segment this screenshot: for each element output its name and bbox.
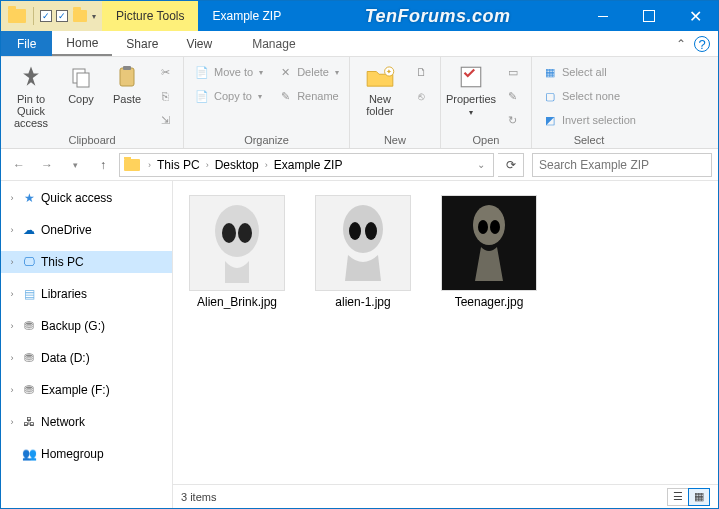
delete-label: Delete bbox=[297, 66, 329, 78]
nav-label: Data (D:) bbox=[41, 351, 90, 365]
nav-label: Quick access bbox=[41, 191, 112, 205]
rename-icon: ✎ bbox=[277, 88, 293, 104]
move-label: Move to bbox=[214, 66, 253, 78]
pc-icon: 🖵 bbox=[21, 254, 37, 270]
svg-rect-2 bbox=[120, 68, 134, 86]
nav-data-drive[interactable]: ›⛃Data (D:) bbox=[1, 347, 172, 369]
svg-rect-1 bbox=[77, 73, 89, 87]
ribbon-group-select: ▦Select all ▢Select none ◩Invert selecti… bbox=[532, 57, 646, 148]
nav-quick-access[interactable]: ›★Quick access bbox=[1, 187, 172, 209]
chevron-right-icon[interactable]: › bbox=[204, 160, 211, 170]
scissors-icon: ✂ bbox=[157, 64, 173, 80]
qat-dropdown-icon[interactable]: ▾ bbox=[92, 12, 96, 21]
details-view-button[interactable]: ☰ bbox=[667, 488, 689, 506]
nav-network[interactable]: ›🖧Network bbox=[1, 411, 172, 433]
close-button[interactable]: ✕ bbox=[672, 1, 718, 31]
address-dropdown-icon[interactable]: ⌄ bbox=[473, 159, 489, 170]
nav-backup-drive[interactable]: ›⛃Backup (G:) bbox=[1, 315, 172, 337]
nav-onedrive[interactable]: ›☁OneDrive bbox=[1, 219, 172, 241]
tab-file[interactable]: File bbox=[1, 31, 52, 56]
move-to-button: 📄Move to▾ bbox=[190, 61, 267, 83]
breadcrumb-item[interactable]: Desktop bbox=[213, 158, 261, 172]
history-icon: ↻ bbox=[505, 112, 521, 128]
cloud-icon: ☁ bbox=[21, 222, 37, 238]
qat-newfolder-checkbox[interactable]: ✓ bbox=[56, 10, 68, 22]
nav-label: This PC bbox=[41, 255, 84, 269]
rename-label: Rename bbox=[297, 90, 339, 102]
drive-icon: ⛃ bbox=[21, 318, 37, 334]
select-all-label: Select all bbox=[562, 66, 607, 78]
file-item[interactable]: Alien_Brink.jpg bbox=[183, 195, 291, 309]
breadcrumb-item[interactable]: This PC bbox=[155, 158, 202, 172]
easy-access-icon: ⎋ bbox=[414, 88, 430, 104]
svg-point-13 bbox=[473, 205, 505, 245]
copyto-icon: 📄 bbox=[194, 88, 210, 104]
properties-button[interactable]: Properties ▾ bbox=[447, 61, 495, 119]
chevron-right-icon[interactable]: › bbox=[146, 160, 153, 170]
pin-icon bbox=[15, 63, 47, 91]
thumbnail bbox=[315, 195, 411, 291]
chevron-right-icon[interactable]: › bbox=[263, 160, 270, 170]
up-button[interactable]: ↑ bbox=[91, 153, 115, 177]
svg-point-8 bbox=[222, 223, 236, 243]
search-input[interactable]: Search Example ZIP bbox=[532, 153, 712, 177]
select-none-icon: ▢ bbox=[542, 88, 558, 104]
ribbon-group-new: ✦ New folder 🗋 ⎋ New bbox=[350, 57, 441, 148]
tab-view[interactable]: View bbox=[172, 31, 226, 56]
star-icon: ★ bbox=[21, 190, 37, 206]
select-all-button[interactable]: ▦Select all bbox=[538, 61, 640, 83]
body-area: ›★Quick access ›☁OneDrive ›🖵This PC ›▤Li… bbox=[1, 181, 718, 508]
breadcrumb-item[interactable]: Example ZIP bbox=[272, 158, 345, 172]
move-icon: 📄 bbox=[194, 64, 210, 80]
paste-button[interactable]: Paste bbox=[107, 61, 147, 105]
watermark-text: TenForums.com bbox=[365, 6, 511, 27]
new-folder-button[interactable]: ✦ New folder bbox=[356, 61, 404, 117]
maximize-button[interactable] bbox=[626, 1, 672, 31]
nav-label: Network bbox=[41, 415, 85, 429]
collapse-ribbon-icon[interactable]: ⌃ bbox=[668, 31, 694, 56]
navigation-pane[interactable]: ›★Quick access ›☁OneDrive ›🖵This PC ›▤Li… bbox=[1, 181, 173, 508]
copy-button[interactable]: Copy bbox=[61, 61, 101, 105]
folder-icon[interactable] bbox=[73, 10, 87, 22]
help-icon[interactable]: ? bbox=[694, 36, 710, 52]
select-none-button[interactable]: ▢Select none bbox=[538, 85, 640, 107]
path-icon: ⎘ bbox=[157, 88, 173, 104]
cut-button: ✂ bbox=[153, 61, 177, 83]
thumbnail bbox=[441, 195, 537, 291]
pin-to-quick-access-button[interactable]: Pin to Quick access bbox=[7, 61, 55, 129]
shortcut-icon: ⇲ bbox=[157, 112, 173, 128]
status-bar: 3 items ☰ ▦ bbox=[173, 484, 718, 508]
recent-locations-button[interactable]: ▾ bbox=[63, 153, 87, 177]
ribbon-tabs: File Home Share View Manage ⌃ ? bbox=[1, 31, 718, 57]
icons-view-button[interactable]: ▦ bbox=[688, 488, 710, 506]
invert-selection-button[interactable]: ◩Invert selection bbox=[538, 109, 640, 131]
folder-icon[interactable] bbox=[8, 9, 26, 23]
quick-access-toolbar: ✓ ✓ ▾ bbox=[1, 1, 102, 31]
file-item[interactable]: alien-1.jpg bbox=[309, 195, 417, 309]
group-label: Organize bbox=[190, 134, 343, 146]
nav-example-drive[interactable]: ›⛃Example (F:) bbox=[1, 379, 172, 401]
items-view[interactable]: Alien_Brink.jpg alien-1.jpg Teenager.jpg bbox=[173, 181, 718, 484]
qat-properties-checkbox[interactable]: ✓ bbox=[40, 10, 52, 22]
forward-button: → bbox=[35, 153, 59, 177]
tab-home[interactable]: Home bbox=[52, 31, 112, 56]
group-label: New bbox=[356, 134, 434, 146]
nav-this-pc[interactable]: ›🖵This PC bbox=[1, 251, 172, 273]
nav-libraries[interactable]: ›▤Libraries bbox=[1, 283, 172, 305]
back-button[interactable]: ← bbox=[7, 153, 31, 177]
group-label: Open bbox=[447, 134, 525, 146]
address-bar[interactable]: › This PC › Desktop › Example ZIP ⌄ bbox=[119, 153, 494, 177]
refresh-button[interactable]: ⟳ bbox=[498, 153, 524, 177]
context-tab-label: Picture Tools bbox=[102, 1, 198, 31]
minimize-button[interactable] bbox=[580, 1, 626, 31]
copy-label: Copy bbox=[68, 93, 94, 105]
ribbon-group-organize: 📄Move to▾ 📄Copy to▾ ✕Delete▾ ✎Rename Org… bbox=[184, 57, 350, 148]
ribbon: Pin to Quick access Copy Paste ✂ ⎘ bbox=[1, 57, 718, 149]
tab-share[interactable]: Share bbox=[112, 31, 172, 56]
file-item[interactable]: Teenager.jpg bbox=[435, 195, 543, 309]
copyto-label: Copy to bbox=[214, 90, 252, 102]
invert-icon: ◩ bbox=[542, 112, 558, 128]
nav-homegroup[interactable]: 👥Homegroup bbox=[1, 443, 172, 465]
group-label: Select bbox=[538, 134, 640, 146]
tab-manage[interactable]: Manage bbox=[238, 31, 309, 56]
